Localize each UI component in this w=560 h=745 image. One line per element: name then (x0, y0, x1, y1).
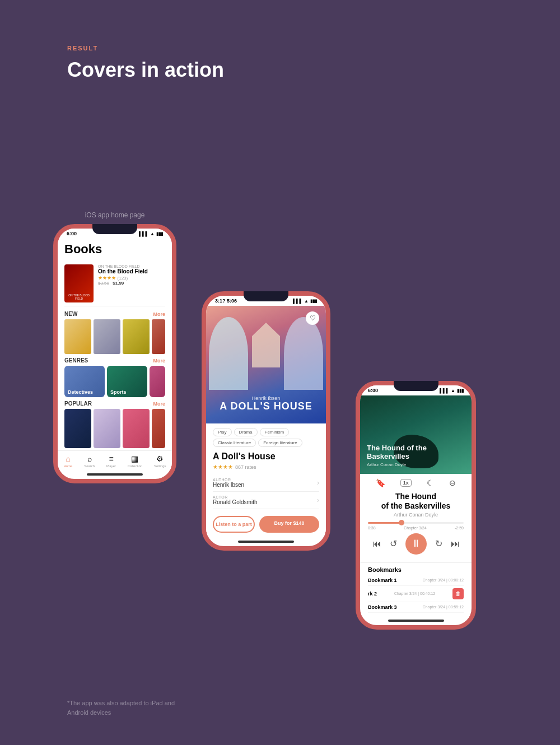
settings-icon: ⚙ (156, 454, 164, 463)
bookmarks-title: Bookmarks (368, 566, 464, 573)
phone2-time: 3:1? 5:06 (215, 298, 237, 304)
nav-home-label: Home (63, 464, 72, 468)
playback-buttons: ⏮ ↺ ⏸ ↻ ⏭ (368, 533, 464, 555)
player-title-area: The Hound of the Baskervilles Arthur Con… (368, 492, 464, 518)
new-book-2[interactable] (94, 319, 120, 354)
new-more[interactable]: More (153, 311, 165, 317)
phone2-wrapper: 3:1? 5:06 ▌▌▌ ▲ ▮▮▮ Henrik Ibsen A DOLL'… (202, 291, 330, 551)
new-label: NEW (64, 311, 77, 317)
progress-thumb (399, 520, 404, 525)
nav-player[interactable]: ≡ Player (106, 454, 116, 468)
genres-row: Detectives Sports (64, 366, 165, 397)
bookmark-icon[interactable]: 🔖 (376, 478, 385, 487)
new-books-row (64, 319, 165, 354)
popular-book-3[interactable] (123, 409, 150, 448)
nav-player-label: Player (106, 464, 116, 468)
player-controls-area: 🔖 1x ☾ ⊖ The Hound of the Baskervilles A… (360, 474, 472, 562)
home-icon: ⌂ (66, 454, 70, 463)
popular-more[interactable]: More (153, 401, 165, 407)
bookmark-2-delete[interactable]: 🗑 (452, 588, 464, 599)
genres-more[interactable]: More (153, 358, 165, 364)
progress-track[interactable] (368, 522, 464, 524)
phone2-signal: ▌▌▌ ▲ ▮▮▮ (293, 299, 317, 304)
nav-settings[interactable]: ⚙ Settings (154, 454, 166, 468)
cover-author: Henrik Ibsen (206, 395, 326, 401)
phone1-status-bar: 6:00 ▌▌▌ ▲ ▮▮▮ (58, 229, 172, 239)
buy-button[interactable]: Buy for $140 (259, 516, 319, 533)
nav-collection-label: Collection (128, 464, 142, 468)
speed-button[interactable]: 1x (400, 479, 412, 487)
tag-classic[interactable]: Classic literature (213, 439, 256, 447)
featured-info: ON THE BLOOD FIELD On the Blood Field ★★… (98, 264, 165, 302)
nav-home[interactable]: ⌂ Home (63, 454, 72, 468)
phone3-time: 6:00 (368, 388, 378, 393)
phone2-home-bar (238, 541, 294, 543)
bottom-nav: ⌂ Home ⌕ Search ≡ Player ▦ Collection ⚙ … (58, 450, 172, 470)
featured-book[interactable]: ON THE BLOOD FIELD ON THE BLOOD FIELD On… (64, 261, 165, 306)
house-center (252, 323, 280, 367)
genre-detective-label: Detectives (64, 387, 96, 397)
author-label: AUTHOR (213, 478, 244, 482)
player-book-cover: The Hound of the Baskervilles Arthur Con… (360, 395, 472, 474)
player-cover-text: The Hound of the Baskervilles Arthur Con… (367, 444, 465, 467)
actor-row[interactable]: ACTOR Ronald Goldsmith › (213, 492, 319, 509)
bookmark-2: rk 2 Chapter 3/24 | 00:40:12 🗑 (368, 586, 464, 602)
footer-note: *The app was also adapted to iPad and An… (67, 699, 190, 717)
nav-collection[interactable]: ▦ Collection (128, 454, 142, 468)
book-cover-art: Henrik Ibsen A DOLL'S HOUSE ♡ (206, 306, 326, 423)
player-top-icons: 🔖 1x ☾ ⊖ (368, 478, 464, 487)
collection-icon: ▦ (131, 454, 138, 463)
tag-drama[interactable]: Drama (234, 428, 258, 436)
tag-play[interactable]: Play (213, 428, 232, 436)
popular-book-2[interactable] (94, 409, 120, 448)
rewind-button[interactable]: ↺ (390, 538, 397, 549)
forward-button[interactable]: ↻ (435, 538, 442, 549)
book-info-content: Play Drama Feminism Classic literature F… (206, 423, 326, 537)
nav-search-label: Search (84, 464, 95, 468)
phone1-frame: 6:00 ▌▌▌ ▲ ▮▮▮ Books ON THE BLOOD FIELD … (53, 224, 176, 483)
phone3-frame: 6:00 ▌▌▌ ▲ ▮▮▮ The Hound of the Baskervi… (356, 381, 476, 630)
pause-button[interactable]: ⏸ (405, 533, 427, 555)
skip-back-button[interactable]: ⏮ (372, 539, 381, 549)
listen-button[interactable]: Listen to a part (213, 516, 255, 533)
favorite-button[interactable]: ♡ (306, 311, 319, 325)
phone2-status-bar: 3:1? 5:06 ▌▌▌ ▲ ▮▮▮ (206, 296, 326, 306)
actor-arrow-icon: › (317, 496, 319, 504)
popular-book-4[interactable] (152, 409, 165, 448)
progress-fill (368, 522, 402, 524)
skip-forward-button[interactable]: ⏭ (451, 539, 460, 549)
books-app-title: Books (64, 239, 165, 261)
player-title-line1: The Hound of the Baskervilles (368, 492, 464, 511)
bookmark-2-name: rk 2 (368, 591, 377, 597)
featured-cover: ON THE BLOOD FIELD (64, 264, 94, 302)
popular-book-1[interactable] (64, 409, 91, 448)
time-elapsed: 0:38 (368, 526, 376, 530)
genre-sports[interactable]: Sports (107, 366, 147, 397)
new-book-4[interactable] (152, 319, 165, 354)
author-arrow-icon: › (317, 479, 319, 487)
actor-info: ACTOR Ronald Goldsmith (213, 495, 257, 505)
minus-icon[interactable]: ⊖ (449, 478, 456, 487)
phone1-wrapper: 6:00 ▌▌▌ ▲ ▮▮▮ Books ON THE BLOOD FIELD … (53, 224, 176, 483)
moon-icon[interactable]: ☾ (427, 478, 434, 487)
nav-search[interactable]: ⌕ Search (84, 454, 95, 468)
actor-value: Ronald Goldsmith (213, 499, 257, 505)
phone3-notch (394, 381, 438, 391)
player-author: Arthur Conan Doyle (368, 512, 464, 518)
cover-book-title: A DOLL'S HOUSE (206, 401, 326, 412)
bookmark-3-name: Bookmark 3 (368, 604, 397, 610)
new-book-1[interactable] (64, 319, 91, 354)
tag-feminism[interactable]: Feminism (260, 428, 290, 436)
phone3-signal: ▌▌▌ ▲ ▮▮▮ (440, 388, 464, 393)
tag-foreign[interactable]: Foreign literature (258, 439, 302, 447)
phone2-frame: 3:1? 5:06 ▌▌▌ ▲ ▮▮▮ Henrik Ibsen A DOLL'… (202, 291, 330, 551)
player-icon: ≡ (109, 454, 113, 463)
popular-section-header: POPULAR More (64, 401, 165, 407)
bookmark-1: Bookmark 1 Chapter 3/24 | 00:00:12 (368, 575, 464, 586)
phone3-status-bar: 6:00 ▌▌▌ ▲ ▮▮▮ (360, 385, 472, 395)
phone1-notch (92, 224, 137, 234)
progress-bar-wrapper: 0:38 Chapter 3/24 -2:59 (368, 522, 464, 530)
genre-detectives[interactable]: Detectives (64, 366, 105, 397)
author-row[interactable]: AUTHOR Henrik Ibsen › (213, 474, 319, 492)
new-book-3[interactable] (123, 319, 150, 354)
